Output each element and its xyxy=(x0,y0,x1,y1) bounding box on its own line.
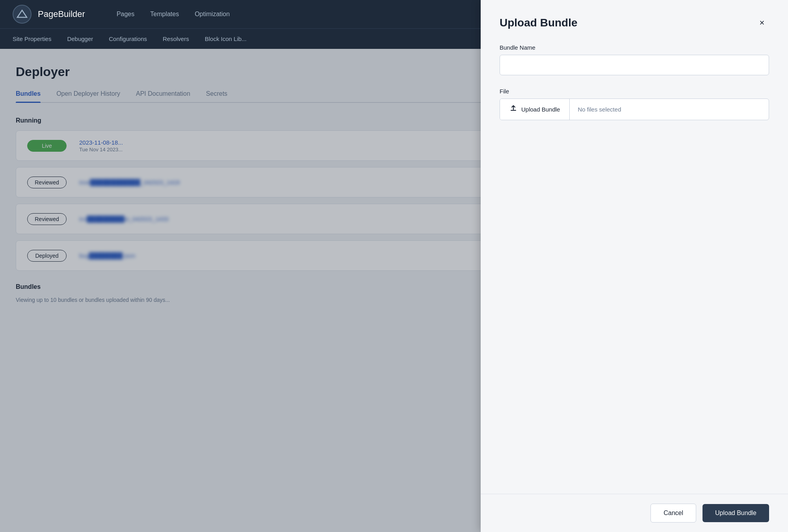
tab-bundles[interactable]: Bundles xyxy=(16,90,41,102)
upload-button-label: Upload Bundle xyxy=(521,106,560,113)
status-badge-reviewed-2: Reviewed xyxy=(27,177,67,188)
app-container: PageBuilder Pages Templates Optimization… xyxy=(0,0,788,532)
nav-link-templates[interactable]: Templates xyxy=(150,11,179,18)
app-title: PageBuilder xyxy=(38,9,85,19)
sub-nav-configurations[interactable]: Configurations xyxy=(109,35,147,42)
status-badge-deployed-4: Deployed xyxy=(27,250,67,262)
modal-header: Upload Bundle × xyxy=(481,0,788,41)
tab-secrets[interactable]: Secrets xyxy=(206,90,227,102)
sub-nav-site-properties[interactable]: Site Properties xyxy=(13,35,51,42)
nav-link-optimization[interactable]: Optimization xyxy=(195,11,230,18)
bundle-name-label: Bundle Name xyxy=(500,44,769,51)
status-badge-reviewed-3: Reviewed xyxy=(27,213,67,225)
status-badge-live: Live xyxy=(27,140,67,152)
bundle-name-form-group: Bundle Name xyxy=(500,44,769,75)
modal-body: Bundle Name File Upload Bundle xyxy=(481,41,788,494)
svg-rect-1 xyxy=(511,110,516,111)
file-upload-row: Upload Bundle No files selected xyxy=(500,99,769,120)
cancel-button[interactable]: Cancel xyxy=(650,504,696,523)
tab-api-documentation[interactable]: API Documentation xyxy=(136,90,190,102)
tab-open-deployer-history[interactable]: Open Deployer History xyxy=(56,90,120,102)
no-files-text: No files selected xyxy=(570,100,769,118)
upload-bundle-button[interactable]: Upload Bundle xyxy=(500,99,570,120)
app-logo-icon xyxy=(13,5,32,24)
logo-area: PageBuilder xyxy=(13,5,85,24)
nav-link-pages[interactable]: Pages xyxy=(117,11,134,18)
bundle-name-input[interactable] xyxy=(500,55,769,75)
file-label: File xyxy=(500,88,769,95)
svg-marker-0 xyxy=(17,10,27,17)
modal-close-button[interactable]: × xyxy=(755,16,769,30)
modal-title: Upload Bundle xyxy=(500,17,578,29)
modal-panel: Upload Bundle × Bundle Name File xyxy=(481,0,788,532)
modal-footer: Cancel Upload Bundle xyxy=(481,494,788,532)
sub-nav-debugger[interactable]: Debugger xyxy=(67,35,93,42)
sub-nav-resolvers[interactable]: Resolvers xyxy=(163,35,189,42)
sub-nav-block-icon-lib[interactable]: Block Icon Lib... xyxy=(205,35,247,42)
top-nav-links: Pages Templates Optimization xyxy=(117,11,230,18)
file-form-group: File Upload Bundle No files selected xyxy=(500,88,769,120)
submit-upload-button[interactable]: Upload Bundle xyxy=(703,504,769,522)
upload-icon xyxy=(509,104,517,114)
